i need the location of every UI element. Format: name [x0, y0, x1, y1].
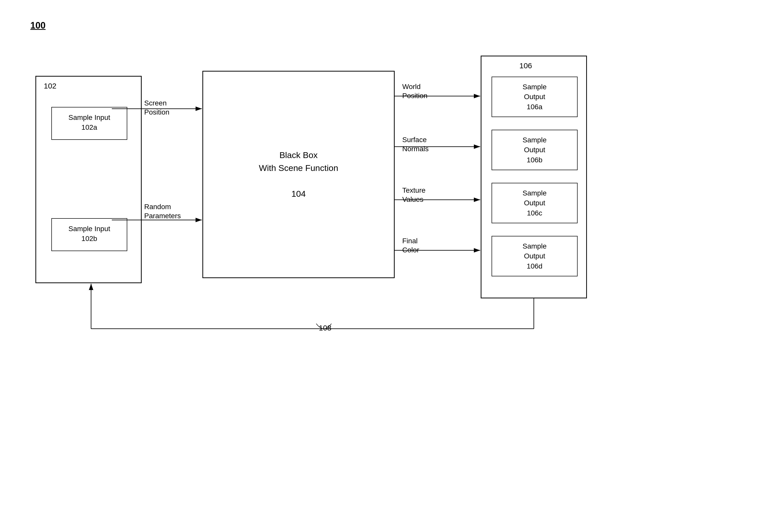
box-106b-label: SampleOutput106b — [523, 135, 547, 165]
box-102: 102 Sample Input102a Sample Input102b — [35, 76, 142, 283]
final-color-label: FinalColor — [402, 237, 419, 255]
box-104-label: Black BoxWith Scene Function104 — [259, 149, 338, 200]
box-102a: Sample Input102a — [51, 107, 127, 140]
feedback-label: 108 — [319, 324, 331, 332]
box-102b: Sample Input102b — [51, 218, 127, 251]
random-parameters-label: RandomParameters — [144, 202, 181, 221]
world-position-label: WorldPosition — [402, 82, 428, 101]
box-106: 106 SampleOutput106a SampleOutput106b Sa… — [481, 56, 587, 298]
figure-number: 100 — [30, 20, 45, 31]
box-106d-label: SampleOutput106d — [523, 241, 547, 271]
box-106b: SampleOutput106b — [492, 130, 578, 170]
box-106a-label: SampleOutput106a — [523, 82, 547, 112]
texture-values-label: TextureValues — [402, 186, 426, 204]
surface-normals-label: SurfaceNormals — [402, 135, 429, 154]
box-102-label: 102 — [44, 82, 56, 90]
box-106a: SampleOutput106a — [492, 77, 578, 117]
box-102a-label: Sample Input102a — [69, 114, 110, 131]
box-106d: SampleOutput106d — [492, 236, 578, 276]
box-106c: SampleOutput106c — [492, 183, 578, 223]
box-106c-label: SampleOutput106c — [523, 188, 547, 218]
screen-position-label: ScreenPosition — [144, 99, 169, 117]
box-106-label: 106 — [519, 61, 532, 70]
box-102b-label: Sample Input102b — [69, 225, 110, 242]
box-104: Black BoxWith Scene Function104 — [203, 71, 395, 278]
